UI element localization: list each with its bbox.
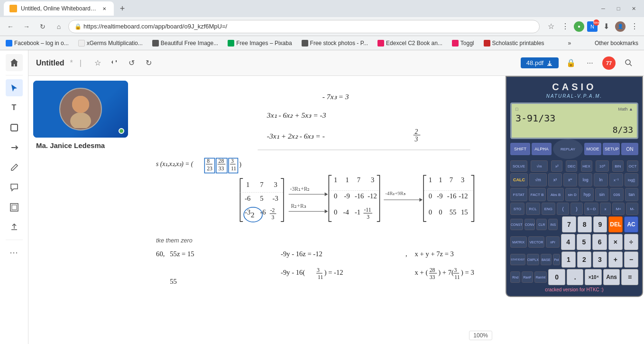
comment-tool[interactable] bbox=[6, 179, 23, 196]
sto-button[interactable]: STO bbox=[510, 203, 524, 215]
equals-button[interactable]: = bbox=[621, 269, 638, 285]
xw-button[interactable]: xʷ bbox=[563, 173, 577, 186]
bookmark-beautiful-images[interactable]: Beautiful Free Image... bbox=[150, 39, 220, 47]
bookmark-stock-photos[interactable]: Free stock photos - P... bbox=[300, 39, 370, 47]
new-tab-button[interactable]: + bbox=[116, 2, 129, 15]
search-button[interactable] bbox=[621, 56, 636, 71]
x10x-button[interactable]: ×10ˣ bbox=[585, 269, 602, 285]
oct-button[interactable]: OCT bbox=[627, 160, 638, 172]
dot-button[interactable]: . bbox=[567, 269, 584, 285]
wb-home-button[interactable] bbox=[6, 54, 23, 71]
num4-button[interactable]: 4 bbox=[561, 234, 575, 250]
clr-button[interactable]: CLR bbox=[536, 219, 547, 230]
setup-button[interactable]: SETUP bbox=[603, 143, 620, 155]
m-minus-button[interactable]: M- bbox=[626, 203, 638, 215]
ln-button[interactable]: ln bbox=[594, 173, 607, 186]
solve-button[interactable]: SOLVE bbox=[510, 160, 527, 172]
x-inv-button[interactable]: x⁻¹ bbox=[609, 173, 623, 186]
ac-button[interactable]: AC bbox=[624, 216, 638, 232]
reload-button[interactable]: ↻ bbox=[36, 20, 49, 33]
sin-button[interactable]: sin bbox=[595, 188, 608, 201]
shift-button[interactable]: SHIFT bbox=[510, 143, 530, 155]
num6-button[interactable]: 6 bbox=[592, 234, 607, 250]
eng-button[interactable]: ENG bbox=[542, 203, 556, 215]
num5-button[interactable]: 5 bbox=[577, 234, 591, 250]
multiply-button[interactable]: × bbox=[608, 234, 623, 250]
share-button[interactable] bbox=[108, 56, 121, 70]
rcl-button[interactable]: RCL bbox=[526, 203, 540, 215]
options-button[interactable]: ··· bbox=[583, 56, 597, 70]
num0-button[interactable]: 0 bbox=[548, 269, 565, 285]
more-tool[interactable]: ··· bbox=[6, 244, 23, 261]
x2-button2[interactable]: x² bbox=[548, 173, 562, 186]
num3-button[interactable]: 3 bbox=[593, 251, 607, 268]
close-button[interactable]: ✕ bbox=[627, 4, 640, 13]
fact-b-button[interactable]: FACT B bbox=[529, 188, 546, 201]
s-to-d-button[interactable]: S↔D bbox=[584, 203, 598, 215]
abs-button[interactable]: Abs B bbox=[547, 188, 564, 201]
x2-btn[interactable]: x² bbox=[551, 160, 562, 172]
bookmark-edexcel[interactable]: Edexcel C2 Book an... bbox=[376, 39, 444, 47]
select-tool-2[interactable] bbox=[6, 139, 23, 156]
bookmark-star-icon[interactable]: ☆ bbox=[545, 21, 557, 32]
calc-button[interactable]: CALC bbox=[510, 173, 528, 186]
bookmark-pixabay[interactable]: Free Images – Pixaba bbox=[226, 39, 294, 47]
whiteboard-canvas[interactable]: Ma. Janice Ledesma - 7x₃ = 3 3x₁ - 6x₂ +… bbox=[28, 76, 644, 344]
lparen-button[interactable]: ( bbox=[557, 203, 569, 215]
ranint-button[interactable]: RanInt bbox=[534, 271, 547, 283]
stat-dist-button[interactable]: STAT/DIST bbox=[510, 254, 525, 265]
cos-button[interactable]: cos bbox=[610, 188, 623, 201]
text-tool[interactable]: T bbox=[6, 99, 23, 116]
frame-tool[interactable] bbox=[6, 199, 23, 216]
pol-button[interactable]: Pol bbox=[553, 254, 560, 265]
minimize-button[interactable]: ─ bbox=[597, 4, 610, 13]
browser-tab[interactable]: Untitled, Online Whiteboard for... ✕ bbox=[4, 1, 114, 16]
downloads-icon[interactable]: ⬇ bbox=[600, 21, 612, 32]
hyp-button[interactable]: hyp bbox=[580, 188, 594, 201]
sin-d-button[interactable]: sin D bbox=[565, 188, 579, 201]
notification-button[interactable]: 77 bbox=[602, 56, 616, 70]
tab-close-button[interactable]: ✕ bbox=[101, 5, 108, 12]
log-bracket-button[interactable]: log[] bbox=[625, 173, 638, 186]
rparen-button[interactable]: ) bbox=[570, 203, 583, 215]
bookmark-scholastic[interactable]: Scholastic printables bbox=[482, 39, 546, 47]
lock-button[interactable]: 🔒 bbox=[564, 56, 578, 70]
upload-tool[interactable] bbox=[6, 219, 23, 236]
back-button[interactable]: ← bbox=[4, 20, 17, 33]
ins-button[interactable]: INS bbox=[548, 219, 558, 230]
undo-button[interactable]: ↺ bbox=[125, 56, 138, 70]
num2-button[interactable]: 2 bbox=[577, 251, 591, 268]
ranf-button[interactable]: RanF bbox=[522, 271, 533, 283]
star-button[interactable]: ☆ bbox=[91, 56, 104, 70]
num7-button[interactable]: 7 bbox=[562, 216, 576, 232]
cmplx-button[interactable]: CMPLX bbox=[527, 254, 539, 265]
const-button[interactable]: CONST bbox=[510, 219, 523, 230]
address-bar[interactable]: 🔒 https://realtimeboard.com/app/board/o9… bbox=[68, 20, 540, 33]
on-button[interactable]: ON bbox=[621, 143, 638, 155]
sync-icon[interactable]: ● bbox=[574, 21, 584, 32]
rnd-button[interactable]: Rnd bbox=[510, 271, 520, 283]
bookmark-other[interactable]: Other bookmarks bbox=[593, 39, 640, 47]
vector-button[interactable]: VECTOR bbox=[528, 236, 545, 248]
fstat-button[interactable]: FSTAT bbox=[510, 188, 527, 201]
chrome-menu-icon[interactable]: ⋮ bbox=[560, 21, 571, 32]
num1-button[interactable]: 1 bbox=[561, 251, 576, 268]
bookmark-facebook[interactable]: Facebook – log in o... bbox=[4, 39, 71, 47]
minus-button[interactable]: − bbox=[624, 251, 638, 268]
bookmark-toggl[interactable]: Toggl bbox=[450, 39, 476, 47]
matrix-button[interactable]: MATRIX bbox=[510, 236, 527, 248]
bookmark-xgerms[interactable]: xGerms Multiplicatio... bbox=[76, 39, 145, 47]
ans-button[interactable]: Ans bbox=[603, 269, 620, 285]
more-options-icon[interactable]: ⋮ bbox=[629, 21, 640, 32]
dec-button[interactable]: DEC bbox=[566, 160, 577, 172]
del-button[interactable]: DEL bbox=[608, 216, 623, 232]
redo-button[interactable]: ↻ bbox=[142, 56, 156, 70]
conv-button[interactable]: CONV bbox=[524, 219, 535, 230]
shape-tool[interactable] bbox=[6, 119, 23, 136]
10b-button[interactable]: 10ᴮ bbox=[596, 160, 609, 172]
hex-button[interactable]: HEX bbox=[581, 160, 592, 172]
base-button[interactable]: BASE bbox=[541, 254, 552, 265]
log-button[interactable]: log bbox=[579, 173, 592, 186]
tan-button[interactable]: tan bbox=[625, 188, 638, 201]
replay-nav[interactable]: REPLAY bbox=[553, 139, 583, 159]
